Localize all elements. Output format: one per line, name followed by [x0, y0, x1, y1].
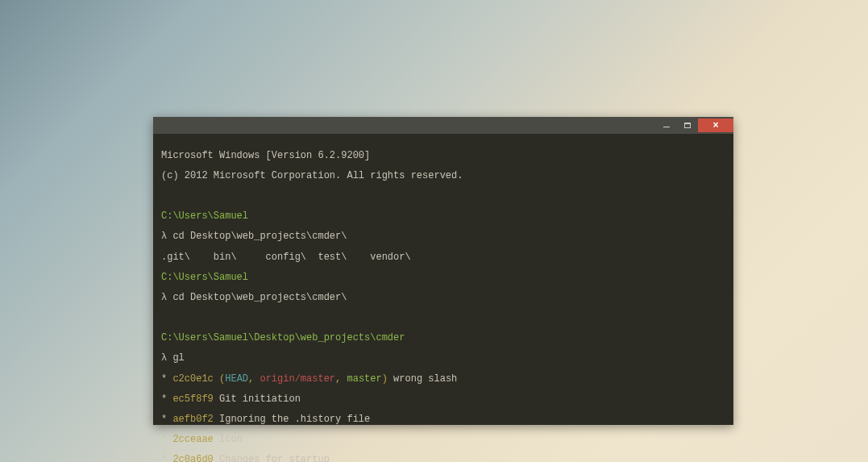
log-line-0: * c2c0e1c (HEAD, origin/master, master) … [161, 374, 725, 385]
ref-head: HEAD [225, 373, 248, 385]
prompt-lambda: λ [161, 352, 167, 364]
path-text: C:\Users\Samuel\Desktop\web_projects\cmd… [161, 332, 405, 343]
sep: , [248, 373, 260, 385]
graph-star: * [161, 414, 167, 425]
titlebar[interactable]: × [153, 117, 733, 134]
prompt-lambda: λ [161, 292, 167, 303]
close-icon: × [712, 121, 718, 131]
prompt-path: C:\Users\Samuel [161, 273, 725, 283]
prompt-cmd: λ cd Desktop\web_projects\cmder\ [161, 293, 725, 303]
minimize-icon [663, 127, 670, 127]
commit-hash: ec5f8f9 [172, 393, 213, 405]
commit-hash: c2c0e1c [172, 373, 213, 385]
graph-star: * [161, 373, 167, 385]
blank-line [161, 191, 725, 202]
commit-msg: Git initiation [214, 393, 301, 405]
completion-list: .git\ bin\ config\ test\ vendor\ [161, 252, 725, 263]
terminal-body[interactable]: Microsoft Windows [Version 6.2.9200] (c)… [153, 134, 733, 462]
header-line-1: Microsoft Windows [Version 6.2.9200] [161, 151, 725, 161]
close-button[interactable]: × [698, 119, 733, 132]
minimize-button[interactable] [656, 119, 677, 132]
graph-star: * [161, 454, 167, 462]
prompt-cmd: λ gl [161, 353, 725, 364]
ref-origin: origin/master [260, 373, 335, 385]
prompt-lambda: λ [161, 231, 167, 242]
commit-msg: wrong slash [388, 373, 457, 385]
commit-msg: Icon [214, 434, 243, 445]
graph-star: * [161, 434, 167, 445]
maximize-button[interactable] [677, 119, 698, 132]
log-line-1: * ec5f8f9 Git initiation [161, 394, 725, 405]
sep: , [335, 373, 347, 385]
log-line-4: * 2c0a6d0 Changes for startup [161, 455, 725, 462]
commit-hash: 2cceaae [172, 434, 213, 445]
header-line-2: (c) 2012 Microsoft Corporation. All righ… [161, 171, 725, 181]
prompt-path: C:\Users\Samuel\Desktop\web_projects\cmd… [161, 333, 725, 343]
blank-line [161, 313, 725, 323]
commit-hash: aefb0f2 [172, 414, 213, 425]
log-line-3: * 2cceaae Icon [161, 435, 725, 445]
command-text: cd Desktop\web_projects\cmder\ [172, 231, 347, 242]
path-text: C:\Users\Samuel [161, 210, 248, 222]
command-text: cd Desktop\web_projects\cmder\ [172, 292, 347, 303]
graph-star: * [161, 393, 167, 405]
commit-msg: Changes for startup [214, 454, 330, 462]
commit-hash: 2c0a6d0 [172, 454, 213, 462]
prompt-path: C:\Users\Samuel [161, 211, 725, 222]
log-line-2: * aefb0f2 Ignoring the .history file [161, 414, 725, 425]
terminal-window: × Microsoft Windows [Version 6.2.9200] (… [153, 117, 733, 425]
refs-close: ) [382, 373, 388, 385]
path-text: C:\Users\Samuel [161, 272, 248, 283]
command-text: gl [172, 352, 184, 364]
maximize-icon [684, 123, 691, 128]
ref-master: master [347, 373, 381, 385]
commit-msg: Ignoring the .history file [214, 414, 370, 425]
prompt-cmd: λ cd Desktop\web_projects\cmder\ [161, 231, 725, 242]
